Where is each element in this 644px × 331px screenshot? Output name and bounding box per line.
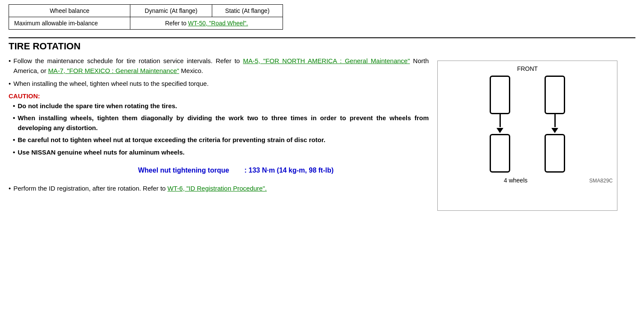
bullet-2-text: When installing the wheel, tighten wheel… <box>13 79 208 89</box>
front-left-wheel <box>490 76 510 114</box>
bullet-symbol-2: • <box>9 79 11 89</box>
front-right-wheel <box>545 76 565 114</box>
table-header-static: Static (At flange) <box>212 5 283 17</box>
caution-item-2: • When installing wheels, tighten them d… <box>13 113 429 133</box>
caution-text-4: Use NISSAN genuine wheel nuts for alumin… <box>18 148 184 158</box>
bottom-text-before: Perform the ID registration, after tire … <box>13 185 167 192</box>
caution-bullet-2: • <box>13 113 15 133</box>
table-cell-value: Refer to WT-50, "Road Wheel". <box>130 17 283 30</box>
bullet-1-text: Follow the maintenance schedule for tire… <box>13 56 429 76</box>
torque-box: Wheel nut tightening torque : 133 N·m (1… <box>43 165 429 176</box>
ma5-link[interactable]: MA-5, "FOR NORTH AMERICA : General Maint… <box>243 57 410 64</box>
torque-value: 133 N·m (14 kg-m, 98 ft-lb) <box>249 167 334 174</box>
table-header-dynamic: Dynamic (At flange) <box>130 5 212 17</box>
left-arrow <box>497 114 503 134</box>
bullet-list: • Follow the maintenance schedule for ti… <box>9 56 429 89</box>
caution-label: CAUTION: <box>9 92 429 100</box>
bullet-1-text-before: Follow the maintenance schedule for tire… <box>13 57 243 64</box>
caution-text-3: Be careful not to tighten wheel nut at t… <box>18 135 325 145</box>
table-cell-label: Maximum allowable im-balance <box>9 17 130 30</box>
bullet-item-1: • Follow the maintenance schedule for ti… <box>9 56 429 76</box>
bottom-bullet-symbol: • <box>9 184 11 194</box>
caution-text-1: Do not include the spare tire when rotat… <box>18 101 177 111</box>
caution-item-1: • Do not include the spare tire when rot… <box>13 101 429 111</box>
left-arrow-head <box>497 128 503 133</box>
left-wheel-column <box>490 76 510 173</box>
caution-bullet-3: • <box>13 135 15 145</box>
caution-bullet-1: • <box>13 101 15 111</box>
right-wheel-column <box>545 76 565 173</box>
diagram-footer: 4 wheels SMA829C <box>442 177 613 184</box>
wt50-link[interactable]: WT-50, "Road Wheel". <box>188 20 248 27</box>
refer-to-text: Refer to <box>165 20 188 27</box>
wheel-balance-table: Wheel balance Dynamic (At flange) Static… <box>9 4 283 30</box>
caution-item-3: • Be careful not to tighten wheel nut at… <box>13 135 429 145</box>
main-content: • Follow the maintenance schedule for ti… <box>9 56 635 211</box>
right-arrow-head <box>551 128 558 133</box>
bottom-bullet-text: Perform the ID registration, after tire … <box>13 184 267 194</box>
wt6-link[interactable]: WT-6, "ID Registration Procedure". <box>168 185 267 192</box>
rear-left-wheel <box>490 134 510 173</box>
right-arrow-line <box>554 114 556 127</box>
four-wheels-label: 4 wheels <box>442 177 589 184</box>
bullet-symbol-1: • <box>9 56 11 76</box>
caution-bullet-4: • <box>13 148 15 158</box>
bullet-1-text-after: Mexico. <box>179 67 203 74</box>
section-title: TIRE ROTATION <box>9 37 635 52</box>
sma-label: SMA829C <box>589 178 613 184</box>
bottom-bullet: • Perform the ID registration, after tir… <box>9 184 429 194</box>
caution-text-2: When installing wheels, tighten them dia… <box>18 113 429 133</box>
torque-label: Wheel nut tightening torque <box>138 167 229 174</box>
diagram-front-label: FRONT <box>517 65 538 72</box>
caution-bullets-list: • Do not include the spare tire when rot… <box>13 101 429 158</box>
left-arrow-line <box>500 114 501 127</box>
tire-rotation-diagram: FRONT 4 wheels <box>437 61 617 211</box>
table-header-balance: Wheel balance <box>9 5 130 17</box>
text-content: • Follow the maintenance schedule for ti… <box>9 56 429 193</box>
bullet-item-2: • When installing the wheel, tighten whe… <box>9 79 429 89</box>
right-arrow <box>551 114 558 134</box>
wheels-row <box>490 76 565 173</box>
caution-item-4: • Use NISSAN genuine wheel nuts for alum… <box>13 148 429 158</box>
torque-colon: : <box>244 167 247 174</box>
ma7-link[interactable]: MA-7, "FOR MEXICO : General Maintenance" <box>48 67 179 74</box>
rear-right-wheel <box>545 134 565 173</box>
